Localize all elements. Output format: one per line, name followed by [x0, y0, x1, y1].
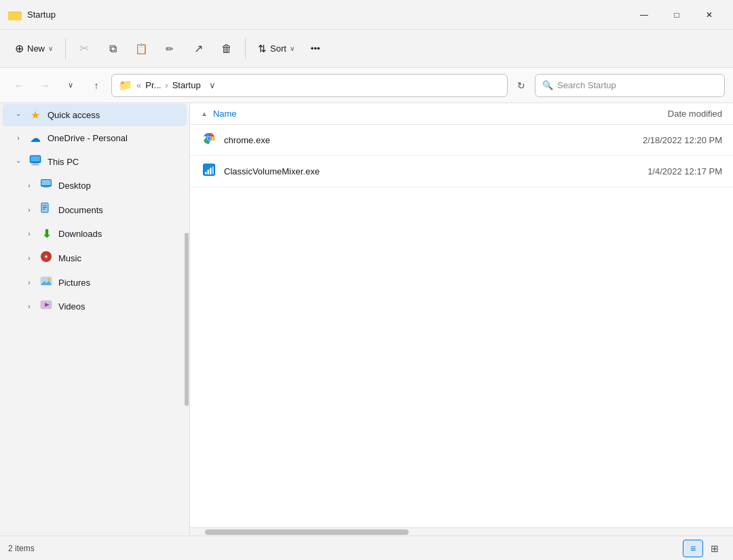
path-dropdown-chevron-icon[interactable]: ∨ — [205, 78, 220, 93]
new-plus-icon: ⊕ — [15, 42, 24, 55]
details-view-icon: ≡ — [690, 543, 696, 554]
copy-button[interactable]: ⧉ — [100, 36, 126, 62]
quick-access-chevron-icon: › — [15, 111, 22, 120]
paste-button[interactable]: 📋 — [128, 36, 154, 62]
details-view-button[interactable]: ≡ — [683, 540, 703, 557]
downloads-label: Downloads — [58, 229, 102, 239]
share-icon: ↗ — [194, 42, 203, 55]
sidebar-item-music[interactable]: › Music — [3, 246, 187, 270]
refresh-icon: ↻ — [517, 80, 525, 91]
col-date-label: Date modified — [668, 109, 722, 119]
sidebar-item-quick-access[interactable]: › ★ Quick access — [3, 104, 187, 126]
more-button[interactable]: ••• — [304, 36, 327, 62]
delete-button[interactable]: 🗑 — [214, 36, 240, 62]
up-icon: ↑ — [94, 80, 99, 91]
sort-button[interactable]: ⇅ Sort ∨ — [251, 36, 301, 62]
maximize-button[interactable]: □ — [661, 5, 692, 25]
path-arrow: › — [165, 80, 168, 90]
sidebar-item-documents[interactable]: › Documents — [3, 198, 187, 222]
recent-chevron-icon: ∨ — [68, 81, 73, 90]
status-bar: 2 items ≡ ⊞ — [0, 536, 733, 560]
refresh-button[interactable]: ↻ — [512, 76, 531, 95]
close-button[interactable]: ✕ — [694, 5, 725, 25]
svg-point-20 — [48, 278, 50, 280]
new-button[interactable]: ⊕ New ∨ — [8, 36, 60, 62]
toolbar-separator-1 — [65, 39, 66, 59]
paste-icon: 📋 — [135, 43, 148, 55]
sidebar-item-onedrive[interactable]: › ☁ OneDrive - Personal — [3, 127, 187, 149]
svg-rect-4 — [31, 156, 40, 162]
svg-rect-30 — [208, 170, 210, 174]
chrome-date: 2/18/2022 12:20 PM — [586, 135, 722, 145]
table-row[interactable]: ClassicVolumeMixer.exe 1/4/2022 12:17 PM — [190, 156, 733, 187]
sidebar-scrollbar[interactable] — [184, 103, 189, 536]
window-controls: — □ ✕ — [628, 5, 725, 25]
cut-button[interactable]: ✂ — [71, 36, 97, 62]
main-content: › ★ Quick access › ☁ OneDrive - Personal… — [0, 103, 733, 536]
sidebar-item-downloads[interactable]: › ⬇ Downloads — [3, 223, 187, 245]
downloads-chevron-icon: › — [24, 230, 34, 238]
window-title: Startup — [27, 10, 56, 20]
music-icon — [39, 250, 53, 265]
onedrive-chevron-icon: › — [14, 134, 23, 142]
volume-mixer-icon — [201, 163, 217, 180]
sort-label: Sort — [270, 43, 286, 54]
videos-label: Videos — [58, 301, 86, 312]
h-scroll-thumb — [205, 529, 409, 535]
sidebar-item-this-pc[interactable]: › This PC — [3, 150, 187, 173]
sidebar-item-videos[interactable]: › Videos — [3, 295, 187, 318]
path-prefix: Pr... — [145, 80, 161, 90]
minimize-button[interactable]: — — [628, 5, 660, 25]
sidebar-item-desktop[interactable]: › Desktop — [3, 174, 187, 197]
tiles-view-icon: ⊞ — [711, 543, 719, 554]
more-icon: ••• — [311, 43, 320, 54]
svg-rect-5 — [33, 163, 38, 164]
col-name-header[interactable]: Name — [213, 109, 584, 119]
sort-chevron-icon: ∨ — [290, 45, 295, 52]
title-bar-left: Startup — [8, 8, 56, 22]
volume-mixer-date: 1/4/2022 12:17 PM — [586, 166, 722, 176]
videos-icon — [39, 299, 53, 313]
horizontal-scrollbar[interactable] — [190, 527, 733, 536]
file-list: chrome.exe 2/18/2022 12:20 PM C — [190, 125, 733, 527]
file-area: ▲ Name Date modified — [190, 103, 733, 536]
forward-button[interactable]: → — [34, 75, 56, 96]
documents-chevron-icon: › — [24, 206, 34, 214]
this-pc-icon — [29, 155, 42, 168]
downloads-icon: ⬇ — [39, 227, 53, 240]
table-row[interactable]: chrome.exe 2/18/2022 12:20 PM — [190, 125, 733, 156]
item-count: 2 items — [8, 544, 35, 553]
col-name-label: Name — [213, 109, 237, 119]
svg-point-26 — [208, 137, 211, 141]
back-icon: ← — [14, 80, 24, 91]
videos-chevron-icon: › — [24, 303, 34, 310]
volume-mixer-filename: ClassicVolumeMixer.exe — [224, 166, 580, 176]
rename-button[interactable]: ✏ — [157, 36, 183, 62]
address-path[interactable]: 📁 « Pr... › Startup ∨ — [111, 74, 508, 97]
path-current: Startup — [172, 80, 201, 90]
sidebar-scroll-thumb — [185, 233, 189, 406]
toolbar-separator-2 — [245, 39, 246, 59]
pictures-label: Pictures — [58, 278, 90, 288]
new-chevron-icon: ∨ — [48, 45, 53, 52]
tiles-view-button[interactable]: ⊞ — [704, 540, 725, 557]
svg-rect-9 — [43, 187, 49, 188]
recent-button[interactable]: ∨ — [60, 75, 81, 96]
sidebar-item-pictures[interactable]: › Pictures — [3, 271, 187, 294]
title-folder-icon — [8, 8, 22, 22]
search-box[interactable]: 🔍 Search Startup — [535, 74, 725, 97]
view-buttons: ≡ ⊞ — [683, 540, 725, 557]
new-label: New — [27, 43, 45, 54]
desktop-icon — [39, 179, 53, 192]
share-button[interactable]: ↗ — [185, 36, 211, 62]
up-button[interactable]: ↑ — [86, 75, 107, 96]
rename-icon: ✏ — [166, 43, 174, 54]
sort-up-icon: ▲ — [201, 110, 208, 117]
delete-icon: 🗑 — [221, 43, 232, 55]
back-button[interactable]: ← — [8, 75, 30, 96]
file-header: ▲ Name Date modified — [190, 103, 733, 125]
quick-access-label: Quick access — [48, 110, 100, 120]
svg-rect-31 — [210, 168, 212, 174]
onedrive-label: OneDrive - Personal — [48, 133, 128, 143]
search-placeholder: Search Startup — [557, 80, 616, 90]
